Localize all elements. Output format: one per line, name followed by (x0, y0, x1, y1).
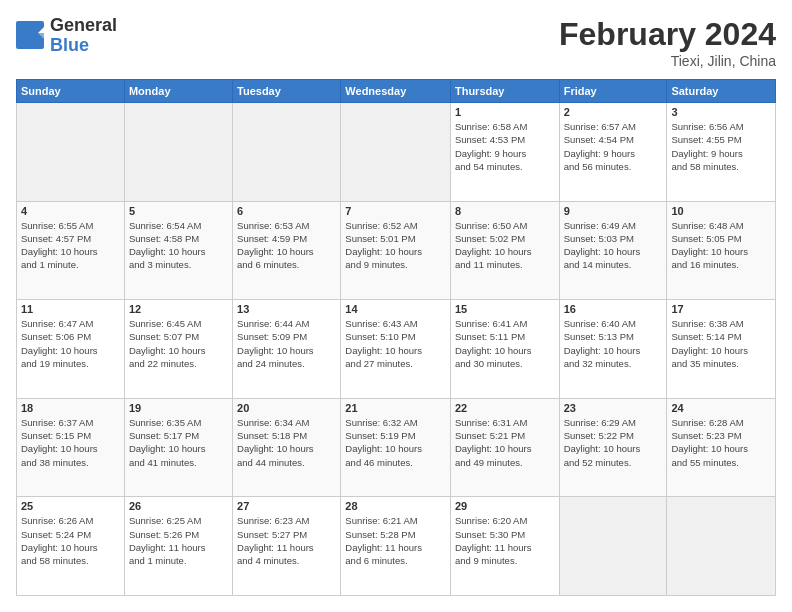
logo-icon (16, 21, 46, 51)
col-monday: Monday (124, 80, 232, 103)
day-number: 29 (455, 500, 555, 512)
day-number: 28 (345, 500, 446, 512)
day-number: 9 (564, 205, 663, 217)
page-subtitle: Tiexi, Jilin, China (559, 53, 776, 69)
day-info: Sunrise: 6:57 AM Sunset: 4:54 PM Dayligh… (564, 120, 663, 173)
calendar-cell: 7Sunrise: 6:52 AM Sunset: 5:01 PM Daylig… (341, 201, 451, 300)
day-info: Sunrise: 6:23 AM Sunset: 5:27 PM Dayligh… (237, 514, 336, 567)
day-number: 4 (21, 205, 120, 217)
svg-rect-0 (16, 21, 44, 49)
day-number: 10 (671, 205, 771, 217)
page-title: February 2024 (559, 16, 776, 53)
day-info: Sunrise: 6:32 AM Sunset: 5:19 PM Dayligh… (345, 416, 446, 469)
day-info: Sunrise: 6:38 AM Sunset: 5:14 PM Dayligh… (671, 317, 771, 370)
calendar-cell (17, 103, 125, 202)
day-info: Sunrise: 6:52 AM Sunset: 5:01 PM Dayligh… (345, 219, 446, 272)
calendar-cell: 9Sunrise: 6:49 AM Sunset: 5:03 PM Daylig… (559, 201, 667, 300)
day-info: Sunrise: 6:26 AM Sunset: 5:24 PM Dayligh… (21, 514, 120, 567)
day-number: 25 (21, 500, 120, 512)
day-info: Sunrise: 6:44 AM Sunset: 5:09 PM Dayligh… (237, 317, 336, 370)
calendar-cell (124, 103, 232, 202)
day-number: 12 (129, 303, 228, 315)
calendar-cell: 21Sunrise: 6:32 AM Sunset: 5:19 PM Dayli… (341, 398, 451, 497)
calendar-week-2: 11Sunrise: 6:47 AM Sunset: 5:06 PM Dayli… (17, 300, 776, 399)
calendar-cell: 26Sunrise: 6:25 AM Sunset: 5:26 PM Dayli… (124, 497, 232, 596)
day-info: Sunrise: 6:41 AM Sunset: 5:11 PM Dayligh… (455, 317, 555, 370)
day-info: Sunrise: 6:43 AM Sunset: 5:10 PM Dayligh… (345, 317, 446, 370)
calendar-cell: 25Sunrise: 6:26 AM Sunset: 5:24 PM Dayli… (17, 497, 125, 596)
day-info: Sunrise: 6:55 AM Sunset: 4:57 PM Dayligh… (21, 219, 120, 272)
calendar-week-4: 25Sunrise: 6:26 AM Sunset: 5:24 PM Dayli… (17, 497, 776, 596)
day-info: Sunrise: 6:53 AM Sunset: 4:59 PM Dayligh… (237, 219, 336, 272)
day-number: 23 (564, 402, 663, 414)
day-number: 26 (129, 500, 228, 512)
col-thursday: Thursday (450, 80, 559, 103)
calendar-cell (341, 103, 451, 202)
calendar-cell: 29Sunrise: 6:20 AM Sunset: 5:30 PM Dayli… (450, 497, 559, 596)
day-number: 21 (345, 402, 446, 414)
calendar-cell (233, 103, 341, 202)
day-info: Sunrise: 6:35 AM Sunset: 5:17 PM Dayligh… (129, 416, 228, 469)
day-number: 11 (21, 303, 120, 315)
day-info: Sunrise: 6:40 AM Sunset: 5:13 PM Dayligh… (564, 317, 663, 370)
calendar-cell: 27Sunrise: 6:23 AM Sunset: 5:27 PM Dayli… (233, 497, 341, 596)
calendar-cell: 8Sunrise: 6:50 AM Sunset: 5:02 PM Daylig… (450, 201, 559, 300)
day-number: 8 (455, 205, 555, 217)
calendar-cell: 23Sunrise: 6:29 AM Sunset: 5:22 PM Dayli… (559, 398, 667, 497)
day-number: 19 (129, 402, 228, 414)
col-saturday: Saturday (667, 80, 776, 103)
logo-text: GeneralBlue (50, 16, 117, 56)
day-info: Sunrise: 6:56 AM Sunset: 4:55 PM Dayligh… (671, 120, 771, 173)
calendar-cell: 2Sunrise: 6:57 AM Sunset: 4:54 PM Daylig… (559, 103, 667, 202)
day-info: Sunrise: 6:37 AM Sunset: 5:15 PM Dayligh… (21, 416, 120, 469)
day-number: 24 (671, 402, 771, 414)
day-info: Sunrise: 6:28 AM Sunset: 5:23 PM Dayligh… (671, 416, 771, 469)
calendar-cell: 1Sunrise: 6:58 AM Sunset: 4:53 PM Daylig… (450, 103, 559, 202)
col-friday: Friday (559, 80, 667, 103)
page-header: GeneralBlue February 2024 Tiexi, Jilin, … (16, 16, 776, 69)
col-wednesday: Wednesday (341, 80, 451, 103)
day-info: Sunrise: 6:47 AM Sunset: 5:06 PM Dayligh… (21, 317, 120, 370)
day-number: 2 (564, 106, 663, 118)
calendar-week-0: 1Sunrise: 6:58 AM Sunset: 4:53 PM Daylig… (17, 103, 776, 202)
calendar-cell: 11Sunrise: 6:47 AM Sunset: 5:06 PM Dayli… (17, 300, 125, 399)
day-info: Sunrise: 6:50 AM Sunset: 5:02 PM Dayligh… (455, 219, 555, 272)
calendar-cell: 19Sunrise: 6:35 AM Sunset: 5:17 PM Dayli… (124, 398, 232, 497)
day-info: Sunrise: 6:49 AM Sunset: 5:03 PM Dayligh… (564, 219, 663, 272)
calendar-cell: 3Sunrise: 6:56 AM Sunset: 4:55 PM Daylig… (667, 103, 776, 202)
calendar-cell: 22Sunrise: 6:31 AM Sunset: 5:21 PM Dayli… (450, 398, 559, 497)
title-block: February 2024 Tiexi, Jilin, China (559, 16, 776, 69)
calendar-table: Sunday Monday Tuesday Wednesday Thursday… (16, 79, 776, 596)
day-number: 1 (455, 106, 555, 118)
day-number: 27 (237, 500, 336, 512)
calendar-week-1: 4Sunrise: 6:55 AM Sunset: 4:57 PM Daylig… (17, 201, 776, 300)
day-number: 16 (564, 303, 663, 315)
day-number: 14 (345, 303, 446, 315)
calendar-cell: 12Sunrise: 6:45 AM Sunset: 5:07 PM Dayli… (124, 300, 232, 399)
calendar-cell: 4Sunrise: 6:55 AM Sunset: 4:57 PM Daylig… (17, 201, 125, 300)
calendar-cell: 17Sunrise: 6:38 AM Sunset: 5:14 PM Dayli… (667, 300, 776, 399)
calendar-cell: 14Sunrise: 6:43 AM Sunset: 5:10 PM Dayli… (341, 300, 451, 399)
calendar-cell (667, 497, 776, 596)
col-sunday: Sunday (17, 80, 125, 103)
day-info: Sunrise: 6:45 AM Sunset: 5:07 PM Dayligh… (129, 317, 228, 370)
day-info: Sunrise: 6:31 AM Sunset: 5:21 PM Dayligh… (455, 416, 555, 469)
logo: GeneralBlue (16, 16, 117, 56)
day-info: Sunrise: 6:48 AM Sunset: 5:05 PM Dayligh… (671, 219, 771, 272)
day-info: Sunrise: 6:20 AM Sunset: 5:30 PM Dayligh… (455, 514, 555, 567)
calendar-cell: 6Sunrise: 6:53 AM Sunset: 4:59 PM Daylig… (233, 201, 341, 300)
calendar-cell: 10Sunrise: 6:48 AM Sunset: 5:05 PM Dayli… (667, 201, 776, 300)
calendar-cell: 24Sunrise: 6:28 AM Sunset: 5:23 PM Dayli… (667, 398, 776, 497)
calendar-cell: 13Sunrise: 6:44 AM Sunset: 5:09 PM Dayli… (233, 300, 341, 399)
calendar-cell: 16Sunrise: 6:40 AM Sunset: 5:13 PM Dayli… (559, 300, 667, 399)
col-tuesday: Tuesday (233, 80, 341, 103)
calendar-week-3: 18Sunrise: 6:37 AM Sunset: 5:15 PM Dayli… (17, 398, 776, 497)
calendar-cell (559, 497, 667, 596)
day-number: 6 (237, 205, 336, 217)
day-info: Sunrise: 6:34 AM Sunset: 5:18 PM Dayligh… (237, 416, 336, 469)
day-info: Sunrise: 6:54 AM Sunset: 4:58 PM Dayligh… (129, 219, 228, 272)
day-number: 13 (237, 303, 336, 315)
calendar-cell: 5Sunrise: 6:54 AM Sunset: 4:58 PM Daylig… (124, 201, 232, 300)
day-number: 15 (455, 303, 555, 315)
day-number: 20 (237, 402, 336, 414)
